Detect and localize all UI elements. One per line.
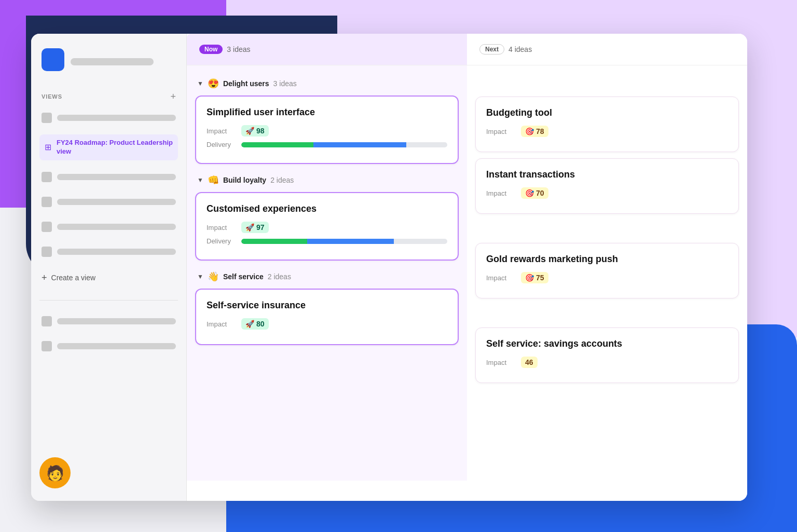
delivery-bar-simplified: [241, 142, 447, 147]
delivery-bar-customised: [241, 239, 447, 244]
sidebar-item-icon-b2: [42, 341, 52, 351]
sidebar-item-bottom-1: [39, 313, 178, 330]
sidebar-item-5: [39, 243, 178, 260]
add-view-button[interactable]: +: [170, 92, 176, 101]
self-service-title: Self service: [223, 272, 264, 281]
impact-label-budget: Impact: [486, 128, 515, 135]
impact-label-instant: Impact: [486, 189, 515, 197]
card-savings-impact-row: Impact 46: [486, 357, 728, 368]
create-view-button[interactable]: + Create a view: [39, 268, 178, 288]
self-service-emoji: 👋: [208, 271, 219, 282]
card-self-service-insurance[interactable]: Self-service insurance Impact 🚀 80: [195, 289, 459, 345]
card-customised-title: Customised experiences: [207, 203, 447, 214]
sidebar-item-icon-b1: [42, 316, 52, 326]
impact-emoji-1: 🚀: [245, 127, 254, 135]
sidebar-item-bar: [57, 115, 176, 121]
next-column-header: Next 4 ideas: [467, 34, 747, 65]
columns-header: Now 3 ideas Next 4 ideas: [187, 34, 747, 65]
impact-value-1: 98: [256, 127, 265, 135]
impact-value-gold: 75: [536, 274, 544, 282]
card-simplified-ui-impact-row: Impact 🚀 98: [207, 125, 447, 137]
next-badge: Next: [479, 44, 504, 54]
sidebar-item-bottom-2: [39, 338, 178, 354]
impact-label-ins: Impact: [207, 320, 235, 328]
card-simplified-ui-delivery-row: Delivery: [207, 141, 447, 148]
sidebar-item-bar-4: [57, 224, 176, 230]
build-loyalty-title: Build loyalty: [223, 176, 266, 184]
sidebar-item-icon-4: [42, 222, 52, 232]
impact-badge-gold: 🎯 75: [521, 272, 548, 283]
sidebar-active-label: FY24 Roadmap: Product Leadership view: [57, 139, 173, 156]
card-simplified-ui[interactable]: Simplified user interface Impact 🚀 98 De…: [195, 96, 459, 164]
views-label: VIEWS: [42, 93, 62, 100]
impact-badge-budgeting: 🎯 78: [521, 126, 548, 137]
impact-emoji-budget: 🎯: [525, 127, 534, 135]
card-gold-title: Gold rewards marketing push: [486, 254, 728, 265]
delight-users-section-header[interactable]: ▼ 😍 Delight users 3 ideas: [195, 74, 459, 96]
impact-emoji-ins: 🚀: [245, 320, 254, 328]
sidebar: VIEWS + ⊞ FY24 Roadmap: Product Leadersh…: [31, 34, 187, 501]
create-view-label: Create a view: [51, 274, 96, 282]
delivery-bar-green-2: [241, 239, 307, 244]
card-simplified-ui-title: Simplified user interface: [207, 107, 447, 118]
sidebar-item: [39, 110, 178, 126]
impact-label-savings: Impact: [486, 359, 515, 366]
delight-chevron-icon: ▼: [197, 80, 203, 87]
card-budgeting-impact-row: Impact 🎯 78: [486, 126, 728, 137]
impact-value-savings: 46: [525, 358, 533, 366]
card-customised-experiences[interactable]: Customised experiences Impact 🚀 97 Deliv…: [195, 192, 459, 261]
card-instant-impact-row: Impact 🎯 70: [486, 187, 728, 199]
next-column: Budgeting tool Impact 🎯 78 Instant trans…: [467, 65, 747, 481]
impact-badge-customised: 🚀 97: [241, 222, 269, 233]
sidebar-item-bar-b1: [57, 318, 176, 324]
sidebar-active-icon: ⊞: [45, 142, 51, 152]
build-loyalty-emoji: 👊: [208, 174, 219, 186]
now-column: ▼ 😍 Delight users 3 ideas Simplified use…: [187, 65, 467, 481]
impact-badge-simplified: 🚀 98: [241, 125, 269, 137]
sidebar-item-icon: [42, 113, 52, 123]
card-instant-transactions[interactable]: Instant transactions Impact 🎯 70: [475, 158, 739, 214]
card-gold-rewards[interactable]: Gold rewards marketing push Impact 🎯 75: [475, 243, 739, 298]
card-budgeting-tool[interactable]: Budgeting tool Impact 🎯 78: [475, 97, 739, 152]
impact-emoji-gold: 🎯: [525, 274, 534, 282]
delivery-bar-green-1: [241, 142, 313, 147]
card-savings-accounts[interactable]: Self service: savings accounts Impact 46: [475, 328, 739, 383]
self-service-chevron-icon: ▼: [197, 273, 203, 280]
sidebar-views-header: VIEWS +: [39, 92, 178, 101]
now-column-header: Now 3 ideas: [187, 34, 467, 65]
delight-emoji: 😍: [208, 78, 219, 89]
sidebar-item-3: [39, 194, 178, 210]
delight-title: Delight users: [223, 79, 269, 88]
impact-label-1: Impact: [207, 127, 235, 135]
impact-value-ins: 80: [256, 320, 265, 328]
sidebar-active-item[interactable]: ⊞ FY24 Roadmap: Product Leadership view: [39, 134, 178, 160]
next-delight-spacer: [475, 74, 739, 97]
app-logo: [42, 48, 64, 71]
sidebar-item-bar-5: [57, 249, 176, 255]
delivery-bar-blue-2: [307, 239, 394, 244]
card-insurance-impact-row: Impact 🚀 80: [207, 318, 447, 330]
card-customised-impact-row: Impact 🚀 97: [207, 222, 447, 233]
logo-skeleton: [71, 58, 154, 65]
impact-badge-instant: 🎯 70: [521, 187, 548, 199]
sidebar-item-icon-3: [42, 197, 52, 207]
delivery-bar-blue-1: [313, 142, 406, 147]
build-loyalty-section-header[interactable]: ▼ 👊 Build loyalty 2 ideas: [195, 170, 459, 192]
sidebar-item-bar-2: [57, 174, 176, 180]
impact-label-gold: Impact: [486, 274, 515, 282]
avatar[interactable]: 🧑: [39, 457, 71, 488]
build-loyalty-chevron-icon: ▼: [197, 176, 203, 184]
self-service-count: 2 ideas: [268, 272, 291, 281]
impact-emoji-2: 🚀: [245, 223, 254, 231]
delight-count: 3 ideas: [273, 79, 297, 88]
delivery-label-1: Delivery: [207, 141, 235, 148]
next-count: 4 ideas: [509, 45, 532, 53]
build-loyalty-count: 2 ideas: [270, 176, 294, 184]
self-service-section-header[interactable]: ▼ 👋 Self service 2 ideas: [195, 267, 459, 289]
impact-emoji-instant: 🎯: [525, 189, 534, 197]
now-badge: Now: [199, 45, 223, 54]
next-loyalty-spacer: [475, 220, 739, 243]
card-savings-title: Self service: savings accounts: [486, 338, 728, 349]
sidebar-item-2: [39, 169, 178, 185]
impact-value-instant: 70: [536, 189, 544, 197]
